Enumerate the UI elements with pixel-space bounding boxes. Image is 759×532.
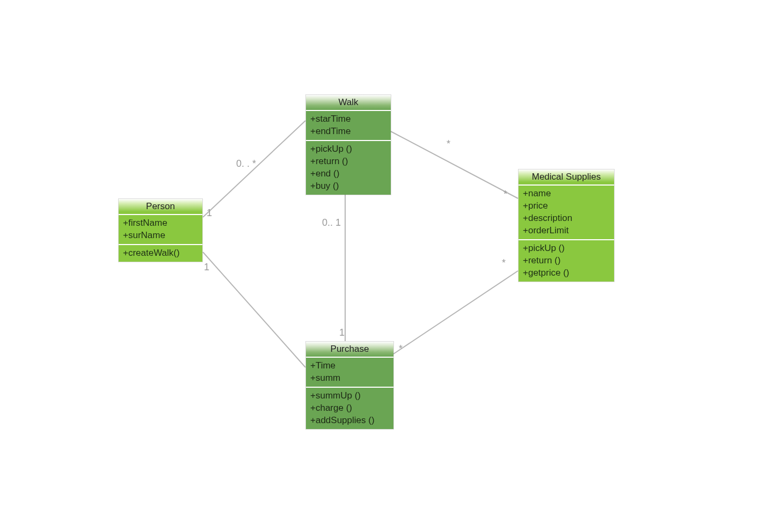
method: +pickUp () [310, 143, 386, 156]
attr: +endTime [310, 125, 386, 138]
association-lines [0, 0, 759, 532]
class-person[interactable]: Person +firstName +surName +createWalk() [118, 198, 203, 262]
mult-walk-purchase-0-1: 0.. 1 [322, 217, 341, 228]
mult-walk-medical-left: * [447, 138, 450, 150]
attr: +surName [123, 230, 198, 242]
class-medical-title: Medical Supplies [519, 169, 614, 186]
class-walk-attributes: +starTime +endTime [306, 111, 391, 141]
mult-walk-purchase-1: 1 [339, 327, 345, 338]
class-purchase-attributes: +Time +summ [306, 358, 393, 388]
method: +end () [310, 168, 386, 180]
attr: +starTime [310, 113, 386, 125]
class-person-title: Person [119, 199, 202, 215]
mult-person-purchase-1: 1 [204, 262, 209, 273]
class-walk-methods: +pickUp () +return () +end () +buy () [306, 141, 391, 195]
mult-purchase-medical-left: * [399, 343, 403, 354]
attr: +name [523, 188, 610, 200]
mult-person-walk-1: 1 [207, 208, 212, 219]
method: +return () [310, 156, 386, 168]
svg-line-4 [393, 271, 518, 354]
method: +buy () [310, 180, 386, 193]
class-purchase[interactable]: Purchase +Time +summ +summUp () +charge … [305, 341, 394, 430]
attr: +price [523, 200, 610, 212]
class-person-attributes: +firstName +surName [119, 215, 202, 245]
attr: +Time [310, 360, 389, 372]
method: +createWalk() [123, 247, 198, 260]
class-walk-title: Walk [306, 95, 391, 111]
svg-line-3 [391, 131, 518, 198]
mult-person-walk-many: 0. . * [236, 158, 256, 169]
class-medical-supplies[interactable]: Medical Supplies +name +price +descripti… [518, 169, 615, 282]
attr: +orderLimit [523, 225, 610, 237]
uml-canvas: Person +firstName +surName +createWalk()… [0, 0, 759, 532]
class-purchase-methods: +summUp () +charge () +addSupplies () [306, 388, 393, 429]
attr: +firstName [123, 217, 198, 230]
attr: +description [523, 212, 610, 225]
attr: +summ [310, 372, 389, 385]
method: +addSupplies () [310, 415, 389, 427]
method: +return () [523, 255, 610, 267]
method: +getprice () [523, 267, 610, 279]
method: +pickUp () [523, 242, 610, 255]
class-walk[interactable]: Walk +starTime +endTime +pickUp () +retu… [305, 94, 391, 195]
method: +charge () [310, 402, 389, 415]
class-purchase-title: Purchase [306, 342, 393, 358]
class-person-methods: +createWalk() [119, 245, 202, 262]
mult-purchase-medical-right: * [502, 257, 506, 269]
mult-walk-medical-right: * [503, 189, 507, 200]
class-medical-attributes: +name +price +description +orderLimit [519, 186, 614, 240]
class-medical-methods: +pickUp () +return () +getprice () [519, 240, 614, 282]
svg-line-1 [203, 252, 305, 367]
method: +summUp () [310, 390, 389, 402]
